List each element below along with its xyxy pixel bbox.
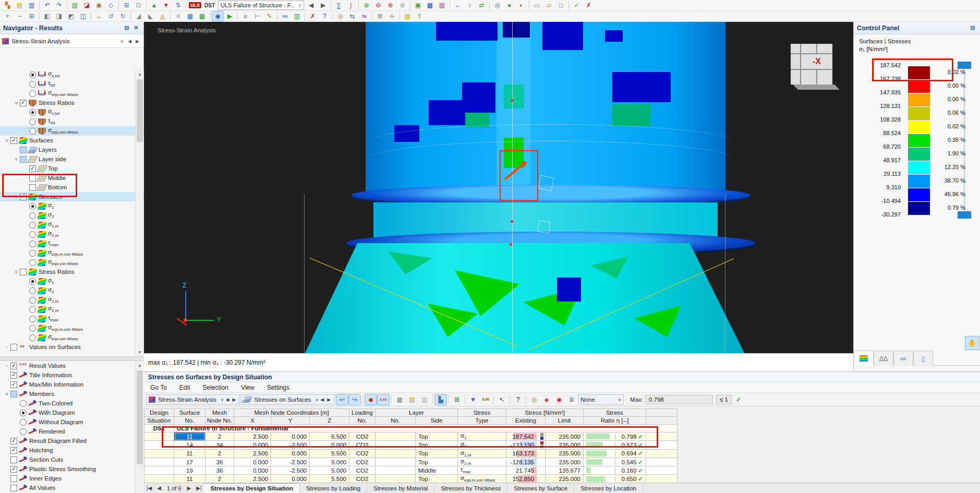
coord-z-cell[interactable]: 5.500 [310, 432, 349, 441]
existing-stress-cell[interactable]: -128.135 [506, 458, 546, 466]
jump-back-icon[interactable]: ↩ [336, 394, 348, 405]
table-row[interactable]: 1122.5000.0005.500CO2Topσ1187.542235.000… [144, 432, 677, 441]
tree-item[interactable]: σ2 [0, 286, 144, 295]
radio-button[interactable] [29, 212, 36, 219]
result-nav-icon[interactable]: ◉ [212, 11, 223, 21]
stress-type-cell[interactable]: σ2 [458, 441, 506, 449]
table-row[interactable]: 1122.5000.0005.500CO2Topσ1,m163.173235.0… [144, 449, 677, 458]
radio-button[interactable] [29, 118, 36, 125]
excel-export-icon[interactable]: ⊞ [451, 394, 463, 405]
checkbox[interactable] [20, 156, 27, 163]
mesh-node-cell[interactable]: 36 [205, 458, 234, 466]
next-analysis-icon[interactable]: ▶ [134, 39, 141, 44]
orbit-icon[interactable]: ↺ [105, 11, 116, 21]
loading-cell[interactable]: CO2 [349, 441, 376, 449]
radio-button[interactable] [20, 419, 27, 426]
tree-item[interactable]: ∨Stresses [0, 192, 144, 201]
checkbox[interactable] [29, 175, 36, 182]
zoom-out-icon[interactable]: − [14, 11, 25, 21]
checkbox[interactable] [10, 344, 17, 351]
tree-item[interactable]: Bottom [0, 183, 144, 192]
tree-item[interactable]: σ1 [0, 276, 144, 286]
mirror2-icon[interactable]: ⇋ [359, 11, 370, 21]
help-icon[interactable]: ? [512, 394, 524, 405]
stress-type-cell[interactable]: σeqv,m,von Mises [458, 475, 506, 483]
iso-view-icon[interactable]: ◫ [78, 11, 89, 21]
integrate-icon[interactable]: ∫ [345, 1, 356, 10]
empty-cell[interactable] [646, 475, 677, 483]
pin-icon[interactable]: ⊹ [386, 11, 397, 21]
empty-cell[interactable] [646, 441, 677, 449]
checkbox[interactable] [20, 194, 27, 200]
limit-stress-cell[interactable]: 235.000 [546, 449, 584, 458]
radio-button[interactable] [29, 334, 36, 341]
tree-item[interactable]: ∨Layer side [0, 154, 144, 164]
export-icon[interactable]: ⇪ [414, 11, 425, 21]
tree-item[interactable]: σeqv,von Mises [0, 89, 144, 98]
table-row[interactable]: 1122.5000.0005.500CO2Topσeqv,m,von Mises… [144, 475, 677, 483]
radio-button[interactable] [20, 400, 27, 407]
next-icon[interactable]: ▶ [325, 397, 332, 402]
filter-icon[interactable]: ▼ [467, 394, 479, 405]
empty-cell[interactable] [646, 458, 677, 466]
flip-icon[interactable]: ⇆ [347, 11, 358, 21]
tree-item[interactable]: Result Diagram Filled [0, 436, 144, 446]
layer-side-cell[interactable]: Top [416, 441, 458, 449]
shade-icon[interactable]: ▦ [185, 11, 196, 21]
checkbox[interactable] [20, 100, 27, 106]
empty-cell[interactable] [646, 466, 677, 475]
limit-stress-cell[interactable]: 235.000 [546, 475, 584, 483]
coord-x-cell[interactable]: 2.500 [234, 449, 271, 458]
coord-y-cell[interactable]: 0.000 [271, 475, 310, 483]
stress-type-cell[interactable]: τmax [458, 466, 506, 475]
find-icon[interactable]: ◎ [528, 394, 540, 405]
tag-icon[interactable]: ◈ [541, 394, 552, 405]
tree-item[interactable]: σeqv,von Mises [0, 258, 144, 267]
radio-button[interactable] [29, 231, 36, 238]
add-icon[interactable]: ⊕ [361, 1, 372, 10]
expander-icon[interactable]: ∨ [13, 100, 20, 105]
coord-z-cell[interactable]: 0.000 [310, 441, 349, 449]
help-icon[interactable]: ? [319, 11, 330, 21]
move-icon[interactable]: ↔ [452, 1, 463, 10]
loading-cell[interactable]: CO2 [349, 466, 376, 475]
tree-item[interactable]: Layers [0, 145, 144, 154]
save-icon[interactable]: ▥ [26, 1, 37, 10]
tree-splitter[interactable] [0, 356, 144, 361]
expander-icon[interactable]: ∨ [3, 391, 10, 396]
result-table-combo[interactable]: Stresses on Surfaces ∨ ◀ ▶ [241, 394, 335, 405]
check-icon[interactable]: ✓ [571, 1, 582, 10]
layers2-icon[interactable]: ▤ [402, 11, 413, 21]
cell[interactable] [144, 458, 174, 466]
remove-icon[interactable]: ⊖ [373, 1, 384, 10]
checkbox[interactable] [10, 456, 17, 463]
expander-icon[interactable]: ∨ [13, 194, 20, 199]
table-row[interactable]: 14340.000-2.5000.000CO2Topσ2-133.190235.… [144, 441, 677, 449]
tree-item[interactable]: σeqv,m,von Mises [0, 248, 144, 258]
tree-item[interactable]: τtot [0, 79, 144, 89]
stress-ratio-cell[interactable]: 0.650✓ [584, 475, 646, 483]
chevron-down-icon[interactable]: ∨ [118, 39, 126, 44]
radio-button[interactable] [20, 428, 27, 435]
combo-next-icon[interactable]: ▶ [318, 1, 329, 10]
lasso-icon[interactable]: ◬ [157, 11, 168, 21]
tree-item[interactable]: σeqv,von Mises [0, 333, 144, 342]
radio-button[interactable] [29, 203, 36, 210]
radio-button[interactable] [29, 259, 36, 266]
chevron-down-icon[interactable]: ∨ [316, 397, 319, 402]
tree-item[interactable]: ∨Members [0, 389, 144, 399]
panel-options-button[interactable]: ✋ [965, 336, 979, 350]
checkbox[interactable] [20, 269, 27, 275]
search-icon[interactable]: ◎ [335, 11, 346, 21]
checkbox[interactable] [10, 137, 17, 144]
coord-x-cell[interactable]: 0.000 [234, 466, 271, 475]
prev-icon[interactable]: ◀ [319, 397, 325, 402]
chevron-down-icon[interactable]: ∨ [618, 397, 621, 402]
surface-no-cell[interactable]: 19 [174, 466, 205, 475]
tree-item[interactable]: σ1 [0, 201, 144, 211]
empty-cell[interactable] [646, 432, 677, 441]
tree-item[interactable]: σ2,m [0, 305, 144, 314]
plane-icon[interactable]: ▱ [543, 1, 554, 10]
render-icon[interactable]: ▩ [197, 11, 208, 21]
coord-z-cell[interactable]: 5.500 [310, 449, 349, 458]
